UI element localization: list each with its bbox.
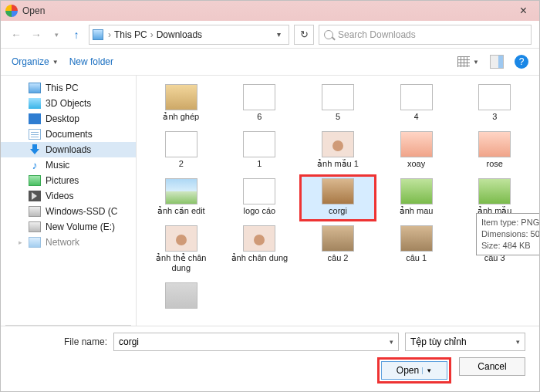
- file-item[interactable]: câu 2: [301, 223, 375, 277]
- organize-menu[interactable]: Organize ▼: [12, 56, 59, 67]
- tree-label: Videos: [46, 191, 73, 201]
- breadcrumb-seg[interactable]: This PC: [114, 29, 147, 40]
- file-item[interactable]: 6: [223, 82, 297, 126]
- file-item[interactable]: 3: [457, 82, 532, 126]
- pic-icon: [29, 175, 41, 186]
- chrome-icon: [5, 5, 18, 17]
- tree-item-downloads[interactable]: Downloads: [1, 142, 136, 157]
- footer: File name: corgi ▾ Tệp tùy chỉnh ▾ Open …: [1, 326, 539, 391]
- file-item[interactable]: ảnh chân dung: [223, 223, 297, 277]
- chevron-down-icon[interactable]: ▾: [390, 338, 393, 346]
- file-thumbnail: [400, 225, 433, 252]
- help-button[interactable]: ?: [515, 55, 528, 69]
- tree-label: Pictures: [46, 175, 79, 186]
- file-item[interactable]: xoay: [380, 129, 454, 173]
- tree-item-windows-ssd-c[interactable]: Windows-SSD (C: [1, 204, 136, 219]
- file-name: câu 1: [406, 253, 427, 263]
- tree-label: Downloads: [46, 144, 91, 155]
- file-name: ảnh mẫu 1: [317, 159, 359, 169]
- breadcrumb[interactable]: › This PC › Downloads ▾: [89, 25, 289, 45]
- download-icon: [29, 144, 41, 155]
- file-name: 3: [492, 112, 497, 122]
- music-icon: ♪: [29, 160, 41, 171]
- cube3d-icon: [29, 98, 41, 109]
- chevron-right-icon: ›: [150, 29, 154, 40]
- filetype-select[interactable]: Tệp tùy chỉnh ▾: [405, 333, 525, 351]
- file-name: câu 2: [328, 253, 349, 263]
- file-item[interactable]: rose: [457, 129, 532, 173]
- tree-item-desktop[interactable]: Desktop: [1, 111, 136, 127]
- pc-icon: [29, 83, 41, 93]
- tree-item-music[interactable]: ♪Music: [1, 157, 136, 173]
- file-thumbnail: [165, 178, 197, 204]
- chevron-right-icon: ›: [108, 29, 111, 40]
- tree-item-this-pc[interactable]: This PC: [1, 80, 136, 96]
- filename-input[interactable]: corgi ▾: [113, 333, 399, 351]
- open-file-dialog: Open × ← → ▾ ↑ › This PC › Downloads ▾ ↻…: [0, 0, 540, 392]
- file-thumbnail: [322, 225, 354, 252]
- history-drop[interactable]: ▾: [49, 27, 64, 42]
- chevron-down-icon[interactable]: ▼: [422, 367, 432, 374]
- tree-item-pictures[interactable]: Pictures: [1, 173, 136, 188]
- breadcrumb-seg[interactable]: Downloads: [157, 29, 202, 40]
- nav-row: ← → ▾ ↑ › This PC › Downloads ▾ ↻ Search…: [1, 21, 539, 49]
- refresh-button[interactable]: ↻: [294, 25, 314, 45]
- file-item[interactable]: 2: [144, 129, 218, 173]
- back-button[interactable]: ←: [8, 27, 24, 42]
- preview-pane-button[interactable]: [490, 55, 504, 69]
- up-button[interactable]: ↑: [69, 27, 84, 42]
- breadcrumb-drop[interactable]: ▾: [272, 30, 285, 39]
- open-highlight: Open ▼: [377, 357, 451, 384]
- close-button[interactable]: ×: [512, 2, 535, 19]
- file-thumbnail: [165, 84, 197, 110]
- drive-icon: [29, 221, 41, 232]
- tree-item-3d-objects[interactable]: 3D Objects: [1, 96, 136, 111]
- pc-icon: [93, 29, 103, 40]
- tree-item-documents[interactable]: Documents: [1, 127, 136, 142]
- tree-label: Network: [46, 237, 79, 248]
- open-button[interactable]: Open ▼: [381, 361, 447, 380]
- file-item[interactable]: 1: [223, 129, 297, 173]
- forward-button[interactable]: →: [29, 27, 44, 42]
- tree-label: Documents: [46, 129, 93, 140]
- file-name: 6: [257, 112, 262, 122]
- chevron-down-icon[interactable]: ▾: [516, 338, 520, 346]
- file-thumbnail: [400, 178, 433, 204]
- file-thumbnail: [243, 225, 275, 252]
- file-area: ảnh ghép654321ảnh mẫu 1xoayroseảnh cần e…: [137, 76, 539, 326]
- file-name: xoay: [407, 159, 425, 169]
- file-name: ảnh ghép: [163, 112, 199, 122]
- file-name: 5: [336, 112, 340, 122]
- file-item[interactable]: ảnh cần edit: [144, 176, 218, 220]
- new-folder-button[interactable]: New folder: [69, 56, 113, 67]
- search-placeholder: Search Downloads: [338, 29, 416, 40]
- file-name: ảnh chân dung: [231, 253, 289, 263]
- tree-item-new-volume-e-[interactable]: New Volume (E:): [1, 219, 136, 235]
- chevron-down-icon: ▼: [52, 59, 59, 66]
- tree-label: This PC: [46, 83, 79, 93]
- file-name: ảnh thẻ chân dung: [146, 253, 217, 273]
- file-name: rose: [486, 159, 502, 169]
- search-input[interactable]: Search Downloads: [319, 25, 532, 45]
- file-item[interactable]: [144, 280, 218, 314]
- file-item[interactable]: ảnh thẻ chân dung: [144, 223, 218, 277]
- file-item[interactable]: 5: [301, 82, 375, 126]
- tree-item-network[interactable]: ▸Network: [1, 235, 136, 250]
- file-item[interactable]: corgi: [301, 176, 375, 220]
- file-item[interactable]: logo cáo: [223, 176, 297, 220]
- tree-label: New Volume (E:): [46, 221, 115, 232]
- cancel-button[interactable]: Cancel: [459, 357, 525, 376]
- tree-item-videos[interactable]: Videos: [1, 188, 136, 204]
- window-title: Open: [22, 5, 45, 16]
- file-item[interactable]: câu 1: [380, 223, 454, 277]
- file-item[interactable]: ảnh mau: [380, 176, 454, 220]
- file-thumbnail: [478, 131, 511, 157]
- file-thumbnail: [165, 225, 197, 252]
- file-thumbnail: [165, 131, 197, 157]
- file-item[interactable]: 4: [380, 82, 454, 126]
- file-item[interactable]: ảnh ghép: [144, 82, 218, 126]
- view-mode-button[interactable]: ▼: [457, 56, 479, 67]
- file-name: ảnh cần edit: [157, 206, 205, 216]
- grid-view-icon: [457, 56, 470, 67]
- file-item[interactable]: ảnh mẫu 1: [301, 129, 375, 173]
